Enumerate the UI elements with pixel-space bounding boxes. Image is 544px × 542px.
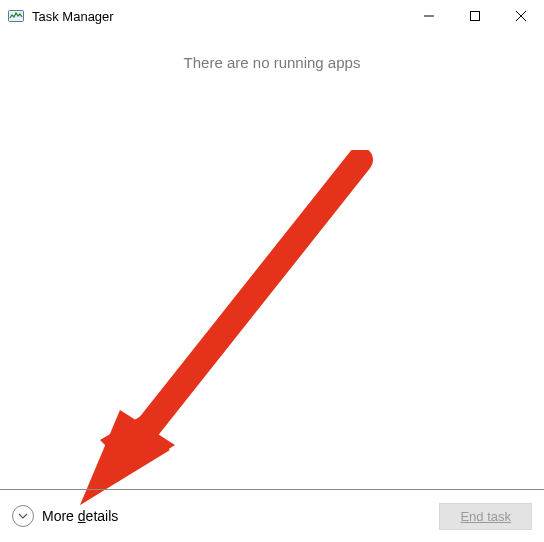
content-area: There are no running apps <box>0 32 544 71</box>
window-title: Task Manager <box>32 9 406 24</box>
more-details-button[interactable]: More details <box>12 505 118 527</box>
minimize-button[interactable] <box>406 0 452 32</box>
close-button[interactable] <box>498 0 544 32</box>
footer: More details End task <box>0 490 544 542</box>
empty-state-message: There are no running apps <box>0 54 544 71</box>
titlebar: Task Manager <box>0 0 544 32</box>
window-controls <box>406 0 544 32</box>
annotation-arrow <box>60 150 390 520</box>
more-details-label: More details <box>42 508 118 524</box>
svg-rect-2 <box>471 12 480 21</box>
maximize-button[interactable] <box>452 0 498 32</box>
end-task-button[interactable]: End task <box>439 503 532 530</box>
chevron-down-icon <box>12 505 34 527</box>
task-manager-icon <box>8 8 24 24</box>
